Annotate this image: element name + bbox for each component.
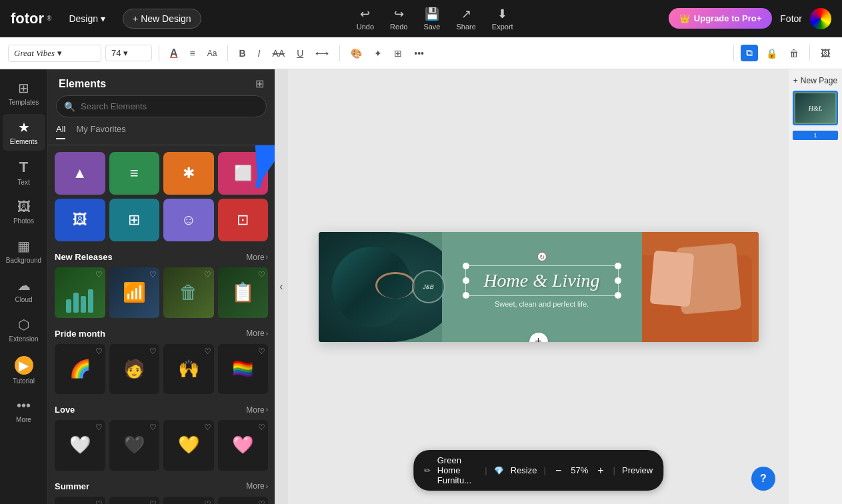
image-replace-button[interactable]: 🖼 xyxy=(817,45,834,61)
sidebar-item-background[interactable]: ▦ Background xyxy=(3,233,45,269)
effects-button[interactable]: ✦ xyxy=(370,45,386,61)
upgrade-button[interactable]: 👑 Upgrade to Pro+ xyxy=(669,8,773,29)
canvas-subtitle-text: Sweet, clean and perfect life. xyxy=(495,300,589,308)
user-avatar[interactable] xyxy=(810,8,831,29)
save-label: Save xyxy=(423,23,440,31)
new-release-item-2[interactable]: ♡ 📶 xyxy=(109,267,160,318)
italic-button[interactable]: I xyxy=(254,45,265,61)
preview-button[interactable]: Preview xyxy=(622,465,653,475)
category-shapes[interactable]: ▲ xyxy=(55,152,105,195)
love-item-2[interactable]: ♡ 🖤 xyxy=(109,420,160,471)
delete-button[interactable]: 🗑 xyxy=(785,45,803,61)
text-case-button[interactable]: Aa xyxy=(203,46,221,61)
cloud-label: Cloud xyxy=(15,296,32,303)
love-grid: ♡ 🤍 ♡ 🖤 ♡ 💛 ♡ 🩷 xyxy=(55,420,268,471)
bold-button[interactable]: B xyxy=(235,45,249,61)
category-lines[interactable]: ≡ xyxy=(109,152,160,195)
category-icons[interactable]: ☺ xyxy=(163,199,214,241)
handle-tl[interactable] xyxy=(463,263,469,269)
new-release-item-1[interactable]: ♡ xyxy=(55,267,105,318)
pride-month-more[interactable]: More › xyxy=(246,329,268,338)
category-patterns[interactable]: ⊡ xyxy=(218,199,269,241)
divider-2 xyxy=(227,45,228,61)
sidebar-item-extension[interactable]: ⬡ Extension xyxy=(3,311,45,348)
underline-button[interactable]: U xyxy=(293,45,307,61)
handle-mr[interactable] xyxy=(615,277,621,284)
tab-all[interactable]: All xyxy=(56,124,65,139)
category-grids[interactable]: ⊞ xyxy=(109,199,160,241)
love-item-4[interactable]: ♡ 🩷 xyxy=(218,420,269,471)
zoom-in-button[interactable]: + xyxy=(595,465,606,477)
sidebar-item-tutorial[interactable]: ▶ Tutorial xyxy=(3,351,45,390)
summer-item-4[interactable]: ♡ 🌴 xyxy=(218,497,269,505)
pattern-button[interactable]: ⊞ xyxy=(390,45,406,61)
page-thumbnail-1[interactable]: H&L xyxy=(793,91,838,125)
text-color-button[interactable]: A xyxy=(166,45,182,62)
sidebar-item-templates[interactable]: ⊞ Templates xyxy=(3,75,45,111)
canvas-title-text: Home & Living xyxy=(477,270,607,291)
layer-button[interactable]: ⧉ xyxy=(741,45,758,61)
summer-item-3[interactable]: ♡ 🪣 xyxy=(163,497,214,505)
more-chevron-icon: › xyxy=(266,253,268,261)
new-page-button[interactable]: + New Page xyxy=(793,76,837,85)
share-button[interactable]: ↗ Share xyxy=(456,7,475,31)
handle-br[interactable] xyxy=(615,292,621,299)
new-page-label: New Page xyxy=(801,76,837,85)
panel-collapse-button[interactable]: ‹ xyxy=(275,69,288,504)
help-button[interactable]: ? xyxy=(751,467,775,491)
tab-favorites[interactable]: My Favorites xyxy=(76,124,125,139)
export-button[interactable]: ⬇ Export xyxy=(492,7,513,31)
sidebar-item-text[interactable]: T Text xyxy=(3,153,45,191)
strikethrough-button[interactable]: AA xyxy=(268,45,289,61)
redo-button[interactable]: ↪ Redo xyxy=(390,7,407,31)
handle-ml[interactable] xyxy=(463,277,469,284)
sidebar: ⊞ Templates ★ Elements T Text 🖼 Photos ▦… xyxy=(0,69,48,504)
text-color-icon: A xyxy=(170,47,178,59)
pride-item-1[interactable]: ♡ 🌈 xyxy=(55,344,105,395)
font-size-selector[interactable]: 74 ▾ xyxy=(105,45,152,61)
zoom-out-button[interactable]: − xyxy=(553,465,564,477)
heart-icon: ♡ xyxy=(95,499,103,505)
category-photos[interactable]: 🖼 xyxy=(55,199,105,241)
love-item-3[interactable]: ♡ 💛 xyxy=(163,420,214,471)
summer-item-2[interactable]: ♡ ⛱ xyxy=(109,497,160,505)
photos2-icon: 🖼 xyxy=(73,211,87,229)
design-canvas[interactable]: ↻ Home & Living Sweet, clean and perfect… xyxy=(319,232,759,342)
love-more[interactable]: More › xyxy=(246,405,268,415)
heart-icon: ♡ xyxy=(204,270,211,279)
pride-item-3[interactable]: ♡ 🙌 xyxy=(163,344,214,395)
pride-item-2[interactable]: ♡ 🧑 xyxy=(109,344,160,395)
rotate-handle[interactable]: ↻ xyxy=(537,251,547,262)
sidebar-item-cloud[interactable]: ☁ Cloud xyxy=(3,272,45,309)
templates-icon: ⊞ xyxy=(18,80,29,96)
pride-item-4[interactable]: ♡ 🏳️‍🌈 xyxy=(218,344,269,395)
spacing-button[interactable]: ⟷ xyxy=(311,45,333,61)
sidebar-item-photos[interactable]: 🖼 Photos xyxy=(3,194,45,230)
summer-item-1[interactable]: ♡ 📻 xyxy=(55,497,105,505)
save-button[interactable]: 💾 Save xyxy=(423,7,440,31)
search-input[interactable] xyxy=(56,95,267,117)
new-release-item-3[interactable]: ♡ 🗑 xyxy=(163,267,214,318)
summer-more[interactable]: More › xyxy=(246,481,268,491)
sidebar-item-more[interactable]: ••• More xyxy=(3,393,45,429)
resize-label[interactable]: Resize xyxy=(511,465,537,475)
category-frames[interactable]: ⬜ xyxy=(218,152,269,195)
new-design-button[interactable]: + New Design xyxy=(123,9,201,29)
pride-month-title: Pride month xyxy=(55,329,105,339)
panel-grid-icon[interactable]: ⊞ xyxy=(255,77,264,90)
new-release-item-4[interactable]: ♡ 📋 xyxy=(218,267,269,318)
love-item-1[interactable]: ♡ 🤍 xyxy=(55,420,105,471)
sidebar-item-elements[interactable]: ★ Elements xyxy=(3,114,45,151)
lock-button[interactable]: 🔒 xyxy=(762,45,781,61)
handle-tr[interactable] xyxy=(615,263,621,269)
font-selector[interactable]: Great Vibes ▾ xyxy=(8,45,101,62)
undo-button[interactable]: ↩ Undo xyxy=(357,7,374,31)
category-stickers[interactable]: ✱ xyxy=(163,152,214,195)
text-align-button[interactable]: ≡ xyxy=(186,45,199,61)
more-format-button[interactable]: ••• xyxy=(410,45,428,61)
handle-bl[interactable] xyxy=(463,292,469,299)
new-releases-more[interactable]: More › xyxy=(246,253,268,262)
color-fill-button[interactable]: 🎨 xyxy=(347,45,366,61)
panel-content: ▲ ≡ ✱ ⬜ xyxy=(48,145,275,504)
design-button[interactable]: Design ▾ xyxy=(62,9,112,28)
